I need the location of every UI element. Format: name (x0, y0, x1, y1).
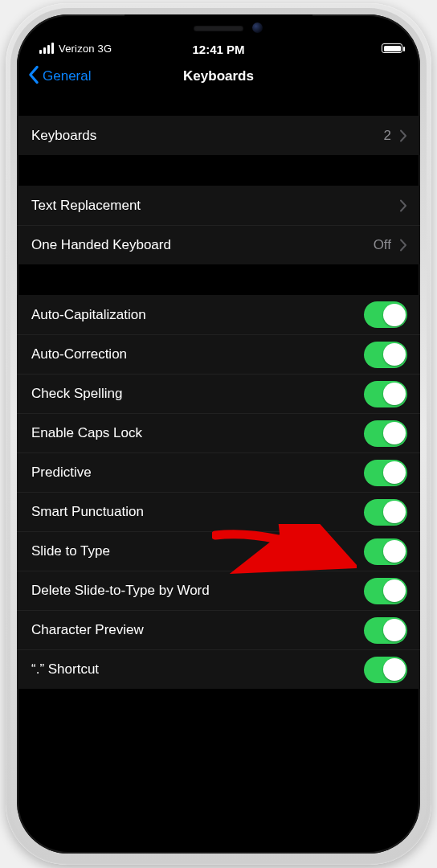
switch-knob (383, 619, 406, 641)
row-toggle: Delete Slide-to-Type by Word (17, 571, 420, 610)
device-frame: Verizon 3G 12:41 PM General Keyboards (6, 3, 431, 865)
row-label: One Handed Keyboard (31, 237, 374, 253)
chevron-right-icon (399, 239, 407, 252)
page-title: Keyboards (183, 68, 254, 84)
row-toggle: Check Spelling (17, 374, 420, 413)
toggle-switch[interactable] (364, 420, 407, 447)
row-label: Auto-Correction (31, 346, 364, 362)
row-toggle: Enable Caps Lock (17, 413, 420, 452)
switch-knob (383, 343, 406, 366)
row-toggle: “.” Shortcut (17, 649, 420, 689)
chevron-left-icon (27, 65, 41, 88)
row-keyboards[interactable]: Keyboards 2 (17, 116, 420, 155)
switch-knob (383, 383, 406, 405)
toggle-switch[interactable] (364, 460, 407, 486)
row-value: Off (374, 237, 391, 253)
group-typing-options: Auto-CapitalizationAuto-CorrectionCheck … (17, 295, 420, 689)
back-button[interactable]: General (23, 60, 94, 93)
bezel: Verizon 3G 12:41 PM General Keyboards (17, 14, 420, 854)
switch-knob (383, 422, 406, 444)
row-text-replacement[interactable]: Text Replacement (17, 186, 420, 225)
row-one-handed-keyboard[interactable]: One Handed Keyboard Off (17, 225, 420, 264)
toggle-switch[interactable] (364, 578, 407, 604)
toggle-switch[interactable] (364, 342, 407, 368)
toggle-switch[interactable] (364, 617, 407, 644)
toggle-switch[interactable] (364, 381, 407, 407)
row-label: Slide to Type (31, 543, 364, 559)
switch-knob (383, 658, 406, 681)
row-label: Text Replacement (31, 198, 399, 214)
row-toggle: Predictive (17, 452, 420, 492)
switch-knob (383, 461, 406, 484)
row-label: Enable Caps Lock (31, 425, 364, 441)
group-keyboards: Keyboards 2 (17, 116, 420, 155)
row-label: Auto-Capitalization (31, 307, 364, 323)
battery-icon (382, 43, 402, 53)
chevron-right-icon (399, 129, 407, 142)
row-label: Delete Slide-to-Type by Word (31, 583, 364, 599)
row-label: Keyboards (31, 128, 384, 144)
carrier-label: Verizon 3G (59, 43, 112, 55)
toggle-switch[interactable] (364, 301, 407, 328)
row-toggle: Auto-Correction (17, 334, 420, 374)
screen: Verizon 3G 12:41 PM General Keyboards (17, 14, 420, 854)
switch-knob (383, 501, 406, 523)
row-value: 2 (384, 128, 391, 144)
row-label: Character Preview (31, 622, 364, 638)
clock: 12:41 PM (192, 43, 244, 56)
back-label: General (43, 68, 91, 84)
chevron-right-icon (399, 199, 407, 212)
nav-bar: General Keyboards (17, 58, 420, 95)
status-bar: Verizon 3G 12:41 PM (17, 14, 420, 58)
group-text-options: Text Replacement One Handed Keyboard Off (17, 186, 420, 264)
switch-knob (383, 304, 406, 326)
row-toggle: Character Preview (17, 610, 420, 649)
switch-knob (383, 579, 406, 602)
switch-knob (383, 540, 406, 563)
toggle-switch[interactable] (364, 657, 407, 683)
signal-bars-icon (39, 43, 54, 54)
row-label: Check Spelling (31, 386, 364, 402)
row-toggle: Auto-Capitalization (17, 295, 420, 334)
row-toggle: Slide to Type (17, 531, 420, 571)
settings-content[interactable]: Keyboards 2 Text Replacement (17, 95, 420, 854)
toggle-switch[interactable] (364, 538, 407, 565)
row-label: Smart Punctuation (31, 504, 364, 520)
row-toggle: Smart Punctuation (17, 492, 420, 531)
row-label: “.” Shortcut (31, 661, 364, 678)
row-label: Predictive (31, 465, 364, 481)
toggle-switch[interactable] (364, 499, 407, 526)
